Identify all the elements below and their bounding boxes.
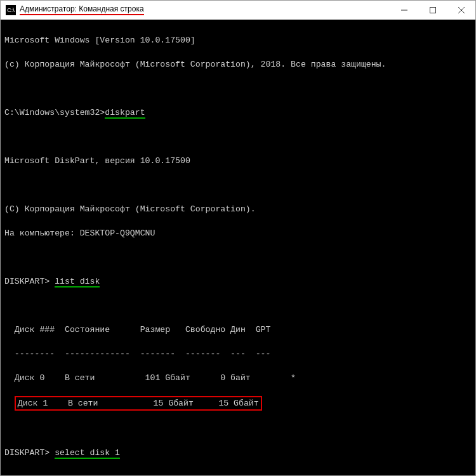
table-separator: -------- ------------- ------- ------- -… xyxy=(4,348,472,360)
output-line xyxy=(4,83,472,95)
minimize-button[interactable] xyxy=(390,1,418,20)
prompt-line: DISKPART> list disk xyxy=(4,275,472,288)
close-button[interactable] xyxy=(447,1,475,20)
output-line: (c) Корпорация Майкрософт (Microsoft Cor… xyxy=(4,58,472,70)
diskpart-prompt: DISKPART> xyxy=(4,448,55,458)
titlebar[interactable]: C:\ Администратор: Командная строка xyxy=(1,1,475,20)
output-line: Microsoft DiskPart, версия 10.0.17500 xyxy=(4,155,472,167)
output-line xyxy=(4,471,472,475)
output-line xyxy=(4,131,472,143)
maximize-icon xyxy=(430,7,436,13)
disk1-highlight: Диск 1 В сети 15 Gбайт 15 Gбайт xyxy=(15,396,262,411)
minimize-icon xyxy=(401,7,407,13)
command-prompt-window: C:\ Администратор: Командная строка Micr… xyxy=(0,0,476,476)
cmd-diskpart: diskpart xyxy=(105,108,145,119)
prompt-text: C:\Windows\system32> xyxy=(4,108,105,117)
output-line xyxy=(4,423,472,435)
cmd-select-disk: select disk 1 xyxy=(55,448,120,459)
maximize-button[interactable] xyxy=(418,1,447,20)
window-title: Администратор: Командная строка xyxy=(20,4,144,15)
prompt-line: DISKPART> select disk 1 xyxy=(4,447,472,459)
table-row-highlighted: Диск 1 В сети 15 Gбайт 15 Gбайт xyxy=(4,396,472,411)
terminal-output[interactable]: Microsoft Windows [Version 10.0.17500] (… xyxy=(1,20,475,475)
output-line xyxy=(4,179,472,191)
output-line: На компьютере: DESKTOP-Q9QMCNU xyxy=(4,227,472,239)
output-line xyxy=(4,251,472,263)
output-line: (C) Корпорация Майкрософт (Microsoft Cor… xyxy=(4,203,472,215)
output-line: Microsoft Windows [Version 10.0.17500] xyxy=(4,34,472,46)
close-icon xyxy=(458,7,465,13)
svg-rect-1 xyxy=(430,7,435,13)
cmd-icon: C:\ xyxy=(6,5,16,15)
output-line xyxy=(4,300,472,312)
diskpart-prompt: DISKPART> xyxy=(4,277,55,286)
prompt-line: C:\Windows\system32>diskpart xyxy=(4,107,472,119)
table-row: Диск 0 В сети 101 Gбайт 0 байт * xyxy=(4,372,472,384)
table-header: Диск ### Состояние Размер Свободно Дин G… xyxy=(4,324,472,336)
cmd-list-disk: list disk xyxy=(55,277,100,288)
